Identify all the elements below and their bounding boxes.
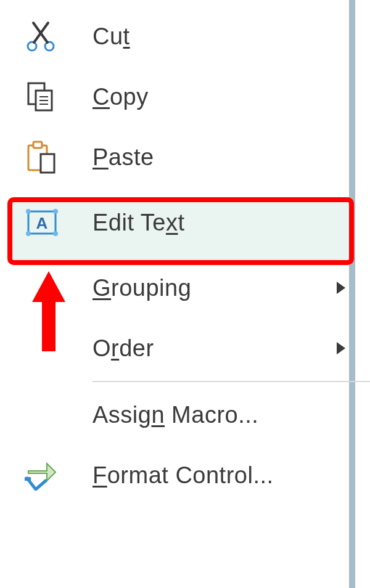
svg-rect-11	[33, 142, 42, 148]
menu-label-edit-text: Edit Text	[92, 210, 185, 236]
menu-label-copy: Copy	[92, 84, 149, 110]
svg-point-14	[26, 209, 31, 214]
svg-rect-12	[41, 154, 54, 173]
svg-point-16	[26, 231, 31, 236]
menu-item-cut[interactable]: Cut	[0, 6, 370, 67]
assign-macro-icon	[25, 396, 68, 433]
submenu-arrow-icon	[337, 282, 345, 294]
menu-item-assign-macro[interactable]: Assign Macro...	[0, 385, 370, 445]
menu-item-edit-text[interactable]: A Edit Text	[0, 192, 370, 253]
svg-rect-19	[25, 477, 31, 481]
menu-label-grouping: Grouping	[92, 275, 191, 301]
menu-label-assign-macro: Assign Macro...	[92, 402, 258, 428]
menu-item-format-control[interactable]: Format Control...	[0, 445, 370, 505]
svg-point-15	[53, 209, 58, 214]
copy-icon	[25, 78, 68, 115]
menu-separator	[92, 381, 370, 382]
svg-marker-0	[32, 271, 65, 351]
svg-text:A: A	[36, 214, 48, 232]
menu-item-copy[interactable]: Copy	[0, 67, 370, 127]
svg-point-17	[53, 231, 58, 236]
svg-point-1	[28, 42, 36, 51]
svg-point-2	[45, 42, 54, 51]
edit-text-icon: A	[25, 204, 68, 241]
context-menu: Cut Copy Paste	[0, 0, 370, 505]
menu-item-paste[interactable]: Paste	[0, 127, 370, 187]
format-control-icon	[25, 457, 68, 494]
menu-label-format-control: Format Control...	[92, 462, 274, 489]
menu-label-order: Order	[92, 335, 154, 362]
menu-label-paste: Paste	[92, 144, 154, 171]
menu-label-cut: Cut	[92, 23, 130, 50]
annotation-arrow	[32, 271, 65, 351]
cut-icon	[25, 18, 68, 55]
paste-icon	[25, 139, 68, 176]
submenu-arrow-icon	[337, 342, 345, 354]
